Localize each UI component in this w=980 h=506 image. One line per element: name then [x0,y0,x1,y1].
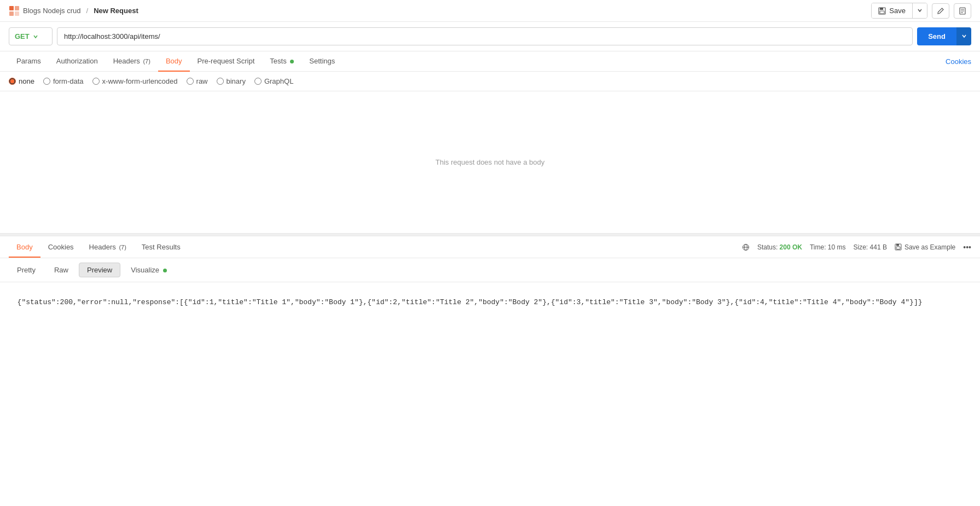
cookies-link[interactable]: Cookies [946,57,971,66]
preview-tab-preview-label: Preview [87,266,112,274]
preview-tab-pretty[interactable]: Pretty [9,263,44,277]
chevron-down-icon [917,8,923,13]
method-selector[interactable]: GET [9,27,53,45]
body-opt-graphql-radio[interactable] [254,78,262,85]
url-input[interactable] [57,27,913,45]
save-button-group: Save [871,3,927,19]
body-opt-none[interactable]: none [9,77,34,85]
save-button[interactable]: Save [872,3,912,18]
pencil-icon [937,7,944,15]
body-opt-binary-radio[interactable] [217,78,224,85]
empty-body-text: This request does not have a body [436,158,544,166]
globe-icon [742,243,750,251]
send-button[interactable]: Send [917,27,956,45]
body-opt-raw-radio[interactable] [187,78,194,85]
body-opt-raw[interactable]: raw [187,77,208,85]
response-tabs: Body Cookies Headers (7) Test Results [9,237,742,257]
body-opt-form-data-radio[interactable] [43,78,50,85]
chevron-down-icon [961,33,967,39]
save-example-button[interactable]: Save as Example [895,243,955,251]
save-label: Save [889,7,906,15]
body-opt-none-label: none [19,77,34,85]
status-value: 200 OK [780,243,802,251]
response-body-content: {"status":200,"error":null,"response":[{… [18,298,923,306]
preview-tab-visualize-label: Visualize [131,266,159,274]
resp-tab-body[interactable]: Body [9,237,40,258]
save-example-label: Save as Example [904,243,955,251]
resp-tab-headers[interactable]: Headers (7) [82,237,134,258]
tab-settings[interactable]: Settings [301,51,343,72]
empty-body-message: This request does not have a body [0,91,980,233]
resp-tab-test-results-label: Test Results [142,243,181,251]
svg-rect-2 [9,11,14,16]
svg-rect-3 [15,11,19,16]
tab-authorization-label: Authorization [56,57,98,65]
tab-pre-request-script[interactable]: Pre-request Script [190,51,263,72]
resp-tab-headers-badge: (7) [119,244,126,251]
body-opt-binary[interactable]: binary [217,77,246,85]
tab-params-label: Params [16,57,41,65]
size-label: Size: 441 B [854,243,887,251]
resp-tab-body-label: Body [16,243,33,251]
preview-tab-preview[interactable]: Preview [79,263,120,277]
tab-headers-label: Headers [113,57,140,65]
body-opt-form-data[interactable]: form-data [43,77,84,85]
save-dropdown-button[interactable] [912,3,927,18]
doc-icon [959,7,966,15]
more-options-button[interactable]: ••• [963,243,971,252]
tab-authorization[interactable]: Authorization [49,51,106,72]
tests-dot [290,60,294,63]
visualize-dot [163,269,167,272]
method-label: GET [15,32,30,40]
tab-params[interactable]: Params [9,51,49,72]
breadcrumb-current: New Request [94,7,138,15]
response-meta: Status: 200 OK Time: 10 ms Size: 441 B S… [742,243,971,252]
time-label: Time: 10 ms [810,243,846,251]
send-button-group: Send [917,27,971,45]
body-opt-graphql[interactable]: GraphQL [254,77,293,85]
topbar: Blogs Nodejs crud / New Request Save [0,0,980,22]
resp-tab-test-results[interactable]: Test Results [134,237,188,258]
body-opt-form-data-label: form-data [53,77,84,85]
body-opt-none-radio[interactable] [9,78,16,85]
tab-settings-label: Settings [309,57,335,65]
body-opt-raw-label: raw [196,77,208,85]
save-example-icon [895,243,902,251]
tab-headers[interactable]: Headers (7) [106,51,158,72]
svg-rect-6 [880,11,884,14]
body-opt-urlencoded-radio[interactable] [92,78,100,85]
status-label: Status: 200 OK [757,243,802,251]
tab-pre-request-label: Pre-request Script [198,57,255,65]
description-button[interactable] [954,3,971,19]
preview-tab-visualize[interactable]: Visualize [123,263,175,277]
body-opt-binary-label: binary [227,77,246,85]
svg-rect-5 [880,8,883,10]
preview-sub-tabs: Pretty Raw Preview Visualize [0,258,980,282]
resp-tab-cookies-label: Cookies [48,243,74,251]
svg-rect-1 [15,6,19,10]
preview-tab-pretty-label: Pretty [17,266,36,274]
tab-body[interactable]: Body [158,51,190,72]
tab-tests[interactable]: Tests [262,51,301,72]
body-opt-urlencoded-label: x-www-form-urlencoded [102,77,178,85]
breadcrumb-separator: / [86,7,89,15]
body-opt-urlencoded[interactable]: x-www-form-urlencoded [92,77,178,85]
breadcrumb-collection: Blogs Nodejs crud [23,7,81,15]
preview-tab-raw[interactable]: Raw [46,263,77,277]
tab-tests-label: Tests [270,57,286,65]
svg-rect-0 [9,6,14,10]
body-options: none form-data x-www-form-urlencoded raw… [0,72,980,91]
request-tabs: Params Authorization Headers (7) Body Pr… [0,51,980,72]
tab-body-label: Body [166,57,182,65]
url-bar: GET Send [0,22,980,51]
svg-rect-15 [896,244,899,246]
topbar-right: Save [871,3,971,19]
send-dropdown-button[interactable] [956,27,971,45]
response-header: Body Cookies Headers (7) Test Results St… [0,236,980,258]
edit-button[interactable] [932,3,949,19]
topbar-left: Blogs Nodejs crud / New Request [9,5,138,16]
resp-tab-cookies[interactable]: Cookies [40,237,82,258]
svg-rect-16 [896,247,900,249]
body-opt-graphql-label: GraphQL [264,77,293,85]
save-icon [878,7,886,15]
